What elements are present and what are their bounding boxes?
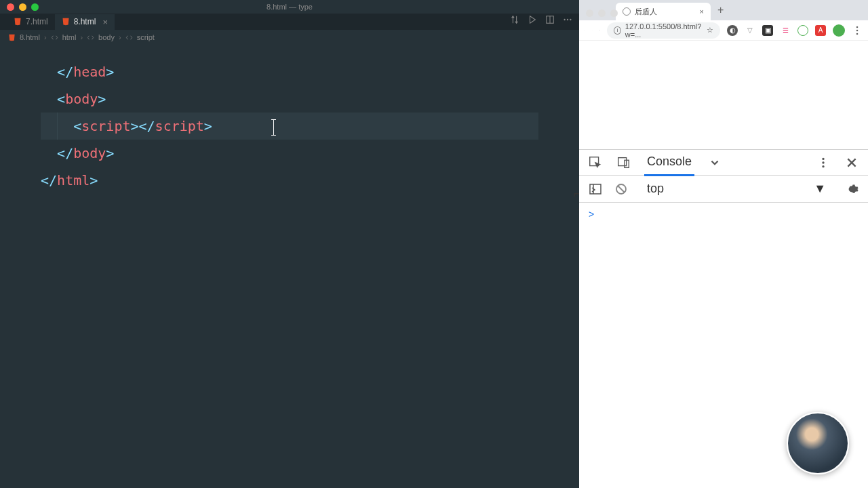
html-file-icon [8,34,16,41]
globe-icon [623,7,631,16]
chevron-down-icon: ▼ [814,182,826,196]
close-window-button[interactable] [586,9,593,17]
minimize-window-button[interactable] [19,3,26,11]
tab-label: 7.html [26,17,48,26]
breadcrumb-item[interactable]: body [98,33,115,41]
breadcrumb-item[interactable]: script [137,33,155,41]
code-punct: > [90,172,98,188]
star-icon[interactable]: ☆ [707,26,713,35]
close-devtools-icon[interactable] [844,155,860,171]
chevron-right-icon: › [80,33,83,41]
code-punct: ></ [130,118,155,134]
editor-tab-bar: 7.html 8.html × [0,14,579,30]
code-block-icon [51,34,58,41]
code-block-icon [125,34,133,41]
chevron-right-icon: › [119,33,121,41]
split-editor-icon[interactable] [545,15,555,27]
url-text: 127.0.0.1:5500/8.html?w=... [625,22,703,39]
code-punct: > [98,91,106,107]
text-cursor [273,119,274,136]
minimize-window-button[interactable] [598,9,606,17]
code-punct: </ [57,64,73,80]
browser-menu-icon[interactable] [852,25,863,36]
svg-point-4 [856,26,859,28]
maximize-window-button[interactable] [31,3,39,11]
breadcrumb-item[interactable]: 8.html [20,33,40,41]
webcam-overlay [787,412,849,474]
svg-point-10 [822,157,824,159]
svg-point-2 [567,19,568,20]
html-file-icon [14,18,22,26]
console-toolbar: top ▼ [579,176,868,203]
extension-icon[interactable] [797,25,808,36]
context-label: top [647,182,664,196]
devtools-tab-console[interactable]: Console [644,149,694,176]
maximize-window-button[interactable] [610,9,618,17]
code-tag: body [73,145,106,161]
breadcrumb: 8.html › html › body › script [0,30,579,45]
code-punct: > [106,145,114,161]
run-icon[interactable] [528,15,537,27]
devtools-menu-icon[interactable] [815,155,831,171]
close-tab-icon[interactable]: × [102,17,108,27]
html-file-icon [62,18,70,26]
svg-point-1 [564,19,565,20]
extension-icon[interactable]: ◐ [727,25,738,36]
svg-point-11 [822,161,824,163]
browser-window-controls [586,9,618,17]
browser-tab[interactable]: 后盾人 × [616,3,711,20]
address-bar[interactable]: i 127.0.0.1:5500/8.html?w=... ☆ [607,22,720,39]
code-punct: < [73,118,81,134]
code-tag: body [65,91,98,107]
code-block-icon [87,34,94,41]
context-selector[interactable]: top ▼ [639,178,834,200]
more-actions-icon[interactable] [563,15,572,27]
close-window-button[interactable] [7,3,14,11]
code-editor[interactable]: </head> <body> <script></script> </body>… [0,45,579,207]
clear-console-icon[interactable] [613,181,629,197]
tab-label: 8.html [74,17,96,26]
editor-pane: 8.html — type 7.html 8.html × 8.html › h… [0,0,579,488]
svg-point-12 [822,165,824,167]
code-punct: > [204,118,212,134]
console-prompt: > [589,209,594,220]
chevron-right-icon: › [44,33,47,41]
info-icon: i [614,26,620,35]
breadcrumb-item[interactable]: html [62,33,77,41]
devtools-tab-bar: Console [579,150,868,176]
editor-tab-7html[interactable]: 7.html [7,14,55,29]
address-bar-row: i 127.0.0.1:5500/8.html?w=... ☆ ◐ ▽ ▣ ☰ … [579,20,868,41]
back-button[interactable] [585,25,585,36]
editor-tab-8html[interactable]: 8.html × [55,14,115,30]
close-tab-icon[interactable]: × [700,7,704,16]
window-title: 8.html — type [0,0,579,14]
svg-point-6 [856,33,859,35]
console-sidebar-icon[interactable] [587,181,604,197]
console-body[interactable]: > [579,203,868,226]
inspect-element-icon[interactable] [587,155,604,171]
reload-button[interactable] [599,25,600,36]
profile-avatar[interactable] [833,24,845,37]
editor-actions [510,15,572,27]
console-settings-icon[interactable] [844,181,860,197]
window-controls [7,3,39,11]
extension-icon[interactable]: ▽ [745,25,755,36]
new-tab-button[interactable]: + [711,4,730,16]
compare-icon[interactable] [510,15,519,27]
code-tag: script [81,118,130,134]
extension-icons: ◐ ▽ ▣ ☰ A [727,24,863,37]
code-punct: </ [57,145,73,161]
code-punct: < [57,91,65,107]
svg-rect-13 [590,184,601,194]
extension-icon[interactable]: A [815,25,826,36]
code-tag: html [57,172,90,188]
extension-icon[interactable]: ☰ [780,25,791,36]
forward-button[interactable] [592,25,593,36]
device-toolbar-icon[interactable] [616,155,632,171]
browser-tab-title: 后盾人 [635,7,657,17]
extension-icon[interactable]: ▣ [762,25,773,36]
svg-rect-8 [618,157,627,165]
code-punct: > [106,64,114,80]
code-tag: script [155,118,204,134]
more-tabs-icon[interactable] [707,155,723,171]
